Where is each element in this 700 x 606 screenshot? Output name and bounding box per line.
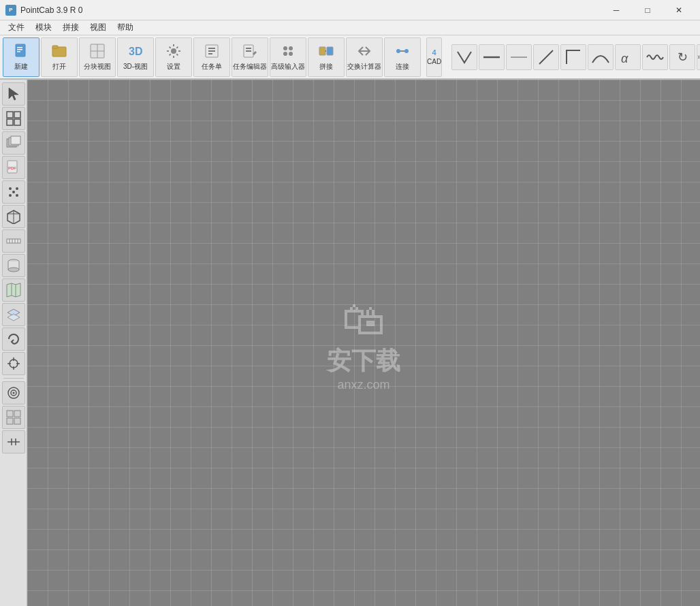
draw-tool-corner[interactable] xyxy=(560,44,586,70)
svg-point-18 xyxy=(283,46,287,50)
sidebar-btn-pdf[interactable]: PDF xyxy=(2,156,25,179)
open-icon xyxy=(51,43,67,61)
svg-point-56 xyxy=(8,268,19,272)
new-label: 新建 xyxy=(14,63,28,71)
toolbar-btn-task-editor[interactable]: 任务编辑器 xyxy=(232,37,268,77)
svg-text:α: α xyxy=(621,52,629,65)
draw-tool-curve[interactable] xyxy=(588,44,614,70)
svg-line-30 xyxy=(539,50,553,64)
svg-rect-5 xyxy=(52,46,58,48)
svg-rect-72 xyxy=(7,411,13,417)
sidebar: PDF xyxy=(0,80,27,606)
sidebar-btn-select[interactable] xyxy=(2,82,25,106)
sidebar-btn-layer[interactable] xyxy=(2,303,25,326)
task-editor-icon xyxy=(242,43,258,61)
sidebar-btn-zoom-in[interactable] xyxy=(2,107,25,130)
svg-rect-74 xyxy=(7,418,13,424)
svg-point-44 xyxy=(16,194,18,197)
sidebar-btn-rotate[interactable] xyxy=(2,328,25,351)
menu-item-拼接[interactable]: 拼接 xyxy=(57,20,84,35)
svg-rect-73 xyxy=(14,411,20,417)
svg-rect-2 xyxy=(17,49,22,50)
advanced-input-icon xyxy=(280,43,296,61)
sidebar-btn-h-adjust[interactable] xyxy=(2,430,25,453)
stitch-icon xyxy=(318,43,334,61)
watermark-icon: 🛍 xyxy=(327,294,400,345)
draw-tool-h-line[interactable] xyxy=(479,44,505,70)
toolbar-btn-settings[interactable]: 设置 xyxy=(155,37,192,77)
svg-point-45 xyxy=(12,191,15,193)
svg-text:3D: 3D xyxy=(129,46,142,57)
toolbar-btn-connect[interactable]: 连接 xyxy=(384,37,421,77)
toolbar-btn-split-view[interactable]: 分块视图 xyxy=(79,37,116,77)
menu-item-帮助[interactable]: 帮助 xyxy=(112,20,139,35)
watermark: 🛍 安下载 anxz.com xyxy=(327,294,400,392)
sidebar-btn-ruler[interactable] xyxy=(2,229,25,253)
sidebar-btn-points[interactable] xyxy=(2,180,25,204)
svg-rect-49 xyxy=(7,239,20,243)
maximize-button[interactable]: □ xyxy=(632,0,663,20)
menu-item-视图[interactable]: 视图 xyxy=(84,20,112,35)
cad-number: 4 xyxy=(432,48,436,57)
draw-tool-wave[interactable] xyxy=(642,44,668,70)
connect-icon xyxy=(394,43,411,61)
toolbar: 新建打开分块视图3D3D-视图设置任务单任务编辑器高级输入器拼接交换计算器连接 … xyxy=(0,35,700,80)
menu-item-模块[interactable]: 模块 xyxy=(30,20,57,35)
svg-rect-3 xyxy=(17,51,20,52)
settings-icon xyxy=(165,43,182,61)
draw-tool-diag-line[interactable] xyxy=(533,44,559,70)
svg-point-43 xyxy=(9,194,12,197)
advanced-input-label: 高级输入器 xyxy=(271,63,305,71)
toolbar-btn-transform[interactable]: 交换计算器 xyxy=(346,37,383,77)
task-list-label: 任务单 xyxy=(202,63,222,71)
svg-rect-33 xyxy=(7,119,13,125)
svg-point-42 xyxy=(16,187,18,190)
3d-view-icon: 3D xyxy=(127,43,144,61)
sidebar-btn-crosshair[interactable] xyxy=(2,352,25,375)
canvas-area[interactable]: 🛍 安下载 anxz.com xyxy=(27,80,700,606)
sidebar-btn-cylinder[interactable] xyxy=(2,254,25,277)
menu-item-文件[interactable]: 文件 xyxy=(3,20,30,35)
svg-rect-32 xyxy=(7,112,13,118)
svg-point-21 xyxy=(289,52,293,56)
draw-tool-h-line2[interactable] xyxy=(506,44,532,70)
toolbar-btn-new[interactable]: 新建 xyxy=(3,37,39,77)
toolbar-btn-advanced-input[interactable]: 高级输入器 xyxy=(270,37,306,77)
close-button[interactable]: ✕ xyxy=(663,0,695,20)
split-view-label: 分块视图 xyxy=(84,63,111,71)
svg-point-26 xyxy=(404,49,409,53)
cad-label: CAD xyxy=(427,58,441,65)
refresh-button[interactable]: ↻ xyxy=(669,44,695,70)
draw-tool-v-shape[interactable] xyxy=(451,44,477,70)
stitch-label: 拼接 xyxy=(319,63,333,71)
svg-rect-1 xyxy=(17,47,22,48)
toolbar-btn-open[interactable]: 打开 xyxy=(41,37,78,77)
sidebar-btn-stack[interactable] xyxy=(2,131,25,155)
window-title: PointCab 3.9 R 0 xyxy=(20,5,601,15)
toolbar-btn-stitch[interactable]: 拼接 xyxy=(308,37,345,77)
sidebar-btn-cube[interactable] xyxy=(2,205,25,228)
split-view-icon xyxy=(89,43,106,61)
more-tools-button[interactable]: » xyxy=(697,44,700,70)
sidebar-btn-grid-view[interactable] xyxy=(2,406,25,429)
svg-rect-75 xyxy=(14,418,20,424)
toolbar-btn-task-list[interactable]: 任务单 xyxy=(193,37,230,77)
svg-rect-23 xyxy=(327,47,333,55)
menubar: 文件模块拼接视图帮助 xyxy=(0,20,700,35)
transform-label: 交换计算器 xyxy=(347,63,381,71)
cad-button[interactable]: 4 CAD xyxy=(426,37,442,77)
svg-rect-34 xyxy=(14,112,20,118)
settings-label: 设置 xyxy=(167,63,180,71)
svg-marker-63 xyxy=(7,314,20,321)
new-icon xyxy=(13,43,29,61)
watermark-text-cn: 安下载 xyxy=(327,345,400,378)
svg-point-41 xyxy=(9,187,12,190)
sidebar-btn-map[interactable] xyxy=(2,278,25,302)
toolbar-main-section: 新建打开分块视图3D3D-视图设置任务单任务编辑器高级输入器拼接交换计算器连接 xyxy=(3,37,421,77)
minimize-button[interactable]: ─ xyxy=(601,0,632,20)
toolbar-btn-3d-view[interactable]: 3D3D-视图 xyxy=(117,37,154,77)
task-editor-label: 任务编辑器 xyxy=(233,63,267,71)
draw-tool-angle[interactable]: α xyxy=(615,44,641,70)
3d-view-label: 3D-视图 xyxy=(123,63,148,71)
sidebar-btn-target[interactable] xyxy=(2,381,25,404)
